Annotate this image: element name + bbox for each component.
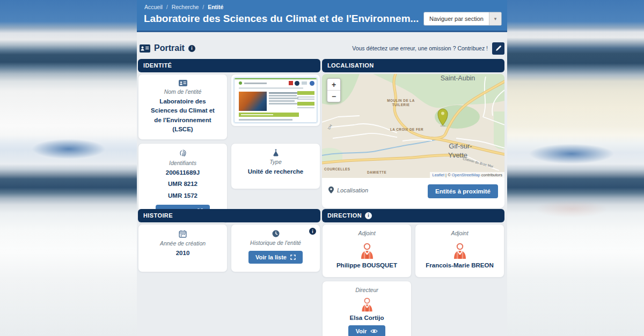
pencil-icon	[495, 45, 502, 51]
info-icon[interactable]: i	[365, 212, 372, 219]
thumb-sidebar	[297, 91, 314, 95]
page-title: Laboratoire des Sciences du Climat et de…	[144, 13, 419, 25]
entity-name-label: Nom de l'entité	[164, 88, 202, 95]
flask-icon	[273, 149, 279, 156]
type-value: Unité de recherche	[248, 167, 304, 176]
map-label-moulin-2: TUILERIE	[392, 103, 410, 107]
breadcrumb-separator: /	[166, 4, 168, 10]
direction-member-card: Adjoint Philippe BOUSQUET	[322, 224, 412, 278]
creation-year-label: Année de création	[160, 240, 206, 247]
localisation-header: LOCALISATION	[322, 59, 504, 72]
identifier-value: UMR 1572	[168, 191, 197, 200]
chevron-down-icon: ▾	[489, 12, 501, 25]
identifier-value: 200611689J	[166, 168, 200, 177]
member-name: Elsa Cortijo	[350, 315, 384, 321]
website-thumbnail[interactable]	[234, 78, 317, 123]
map-label-croix: LA CROIX DE FER	[390, 128, 423, 131]
person-icon	[452, 243, 467, 260]
button-label: Entités à proximité	[435, 188, 491, 195]
creation-year-card: Année de création 2010	[138, 224, 228, 272]
entity-portrait-page: Accueil / Recherche / Entité Laboratoire…	[0, 0, 644, 336]
expand-icon	[290, 255, 296, 260]
entity-history-card: i Historique de l'entité Voir la liste	[231, 224, 320, 272]
map-label-saint-aubin: Saint-Aubin	[441, 74, 475, 82]
contribute-text: Vous détectez une erreur, une omission ?…	[352, 45, 488, 51]
identifier-value: UMR 8212	[168, 180, 197, 189]
portrait-section-title: Portrait	[154, 43, 185, 53]
map-label-courcelles: COURCELLES	[324, 167, 350, 171]
info-icon[interactable]: i	[188, 45, 195, 52]
map-pin-icon	[328, 186, 334, 193]
zoom-out-button[interactable]: −	[327, 90, 340, 102]
map-label-gif: Gif-sur-	[449, 142, 472, 150]
breadcrumb-accueil[interactable]: Accueil	[144, 4, 163, 10]
id-card-icon	[140, 44, 150, 53]
identite-header: IDENTITÉ	[138, 59, 320, 72]
map-attribution: Leaflet | © OpenStreetMap contributors	[430, 172, 504, 178]
attribution-suffix: contributors	[481, 173, 502, 177]
entity-history-label: Historique de l'entité	[250, 240, 301, 246]
map-label-damiette: DAMIETTE	[367, 170, 386, 174]
section-localisation: LOCALISATION	[322, 59, 504, 208]
calendar-icon	[179, 230, 187, 238]
member-role: Directeur	[355, 287, 378, 293]
see-history-list-button[interactable]: Voir la liste	[248, 251, 303, 264]
main-content: Portrait i Vous détectez une erreur, une…	[137, 34, 507, 336]
histoire-header: HISTOIRE	[138, 209, 320, 222]
breadcrumb-separator: /	[202, 4, 204, 10]
attribution-separator: |	[445, 173, 447, 177]
localisation-panel: Saint-Aubin MOULIN DE LA TUILERIE LA CRO…	[322, 74, 504, 208]
section-histoire: HISTOIRE Année de création	[138, 209, 320, 272]
direction-member-card: Directeur Elsa Cortijo Voir	[322, 281, 412, 336]
button-label: Voir	[356, 328, 367, 334]
map-canvas: Saint-Aubin MOULIN DE LA TUILERIE LA CRO…	[322, 74, 504, 178]
member-role: Adjoint	[358, 230, 375, 236]
identifiers-label: Identifiants	[169, 160, 196, 166]
member-name: Francois-Marie BREON	[426, 262, 494, 268]
id-card-icon	[179, 80, 187, 86]
copyright-symbol: ©	[448, 173, 451, 177]
creation-year-value: 2010	[176, 249, 190, 258]
member-name: Philippe BOUSQUET	[336, 262, 397, 268]
entity-name-value: Laboratoire des Sciences du Climat et de…	[143, 97, 223, 134]
direction-header-label: DIRECTION	[327, 209, 362, 222]
localisation-label: Localisation	[337, 187, 368, 193]
fingerprint-icon	[179, 149, 187, 158]
map[interactable]: Saint-Aubin MOULIN DE LA TUILERIE LA CRO…	[322, 74, 504, 178]
direction-header: DIRECTION i	[322, 209, 504, 222]
map-zoom-control: + −	[327, 78, 341, 102]
breadcrumb: Accueil / Recherche / Entité	[137, 0, 507, 10]
navigate-section-select[interactable]: Naviguer par section ▾	[423, 12, 502, 26]
entity-name-card: Nom de l'entité Laboratoire des Sciences…	[138, 74, 228, 140]
section-identite: IDENTITÉ Nom de l'entité Laboratoire des…	[138, 59, 320, 223]
clock-icon	[272, 230, 280, 237]
person-icon	[360, 297, 374, 312]
select-value: Naviguer par section	[424, 12, 489, 25]
thumb-hero-image	[239, 92, 267, 111]
nearby-entities-button[interactable]: Entités à proximité	[428, 184, 498, 198]
breadcrumb-recherche[interactable]: Recherche	[172, 4, 199, 10]
leaflet-link[interactable]: Leaflet	[432, 173, 444, 177]
zoom-in-button[interactable]: +	[327, 79, 340, 90]
eye-icon	[370, 328, 378, 334]
direction-member-card: Adjoint Francois-Marie BREON	[415, 224, 504, 278]
website-thumbnail-card	[231, 74, 320, 126]
edit-button[interactable]	[492, 42, 504, 55]
section-direction: DIRECTION i Adjoint Philippe BOUSQUE	[322, 209, 504, 336]
page-header: Accueil / Recherche / Entité Laboratoire…	[137, 0, 507, 32]
blurred-background-right	[507, 0, 644, 336]
info-icon[interactable]: i	[309, 228, 316, 235]
breadcrumb-entite: Entité	[208, 4, 223, 10]
map-label-moulin: MOULIN DE LA	[387, 99, 414, 102]
member-role: Adjoint	[451, 230, 468, 236]
view-director-button[interactable]: Voir	[348, 325, 386, 336]
button-label: Voir la liste	[255, 254, 287, 260]
person-icon	[360, 243, 375, 260]
openstreetmap-link[interactable]: OpenStreetMap	[452, 173, 480, 177]
type-label: Type	[269, 159, 282, 165]
type-card: Type Unité de recherche	[231, 143, 320, 189]
blurred-background-left	[0, 0, 137, 336]
